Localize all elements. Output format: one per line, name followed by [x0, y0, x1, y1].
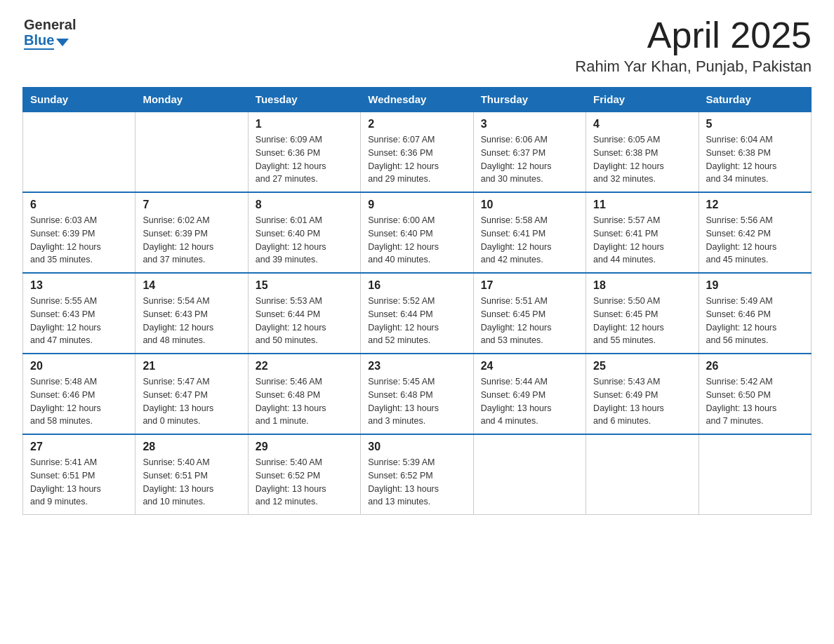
- calendar-cell: 8Sunrise: 6:01 AM Sunset: 6:40 PM Daylig…: [248, 192, 360, 273]
- day-number: 15: [256, 279, 353, 292]
- day-info: Sunrise: 6:03 AM Sunset: 6:39 PM Dayligh…: [30, 214, 128, 267]
- calendar-cell: 30Sunrise: 5:39 AM Sunset: 6:52 PM Dayli…: [361, 434, 473, 515]
- day-of-week-header: Saturday: [699, 88, 811, 112]
- calendar-cell: 2Sunrise: 6:07 AM Sunset: 6:36 PM Daylig…: [361, 112, 473, 192]
- day-info: Sunrise: 5:50 AM Sunset: 6:45 PM Dayligh…: [593, 295, 691, 347]
- day-info: Sunrise: 5:47 AM Sunset: 6:47 PM Dayligh…: [143, 375, 240, 428]
- calendar-cell: 19Sunrise: 5:49 AM Sunset: 6:46 PM Dayli…: [699, 273, 811, 354]
- calendar-header: SundayMondayTuesdayWednesdayThursdayFrid…: [23, 88, 812, 112]
- day-number: 16: [368, 279, 465, 292]
- day-info: Sunrise: 5:40 AM Sunset: 6:52 PM Dayligh…: [256, 456, 353, 509]
- day-number: 29: [256, 441, 353, 453]
- calendar-cell: 12Sunrise: 5:56 AM Sunset: 6:42 PM Dayli…: [699, 192, 811, 273]
- calendar-table: SundayMondayTuesdayWednesdayThursdayFrid…: [22, 87, 812, 515]
- calendar-cell: 1Sunrise: 6:09 AM Sunset: 6:36 PM Daylig…: [248, 112, 360, 192]
- day-number: 24: [481, 360, 578, 373]
- day-number: 19: [706, 279, 804, 292]
- day-of-week-header: Thursday: [473, 88, 585, 112]
- day-info: Sunrise: 6:01 AM Sunset: 6:40 PM Dayligh…: [256, 214, 353, 267]
- calendar-cell: 29Sunrise: 5:40 AM Sunset: 6:52 PM Dayli…: [248, 434, 360, 515]
- day-number: 7: [143, 199, 240, 211]
- day-number: 12: [706, 199, 804, 211]
- day-number: 2: [368, 118, 465, 130]
- day-info: Sunrise: 5:39 AM Sunset: 6:52 PM Dayligh…: [368, 456, 465, 509]
- day-number: 10: [481, 199, 578, 211]
- day-info: Sunrise: 5:42 AM Sunset: 6:50 PM Dayligh…: [706, 375, 804, 428]
- day-number: 9: [368, 199, 465, 211]
- day-number: 5: [706, 118, 804, 130]
- day-number: 1: [256, 118, 353, 130]
- calendar-cell: 14Sunrise: 5:54 AM Sunset: 6:43 PM Dayli…: [135, 273, 248, 354]
- day-info: Sunrise: 5:51 AM Sunset: 6:45 PM Dayligh…: [481, 295, 578, 347]
- day-of-week-header: Friday: [586, 88, 699, 112]
- calendar-cell: [473, 434, 585, 515]
- calendar-cell: 11Sunrise: 5:57 AM Sunset: 6:41 PM Dayli…: [586, 192, 699, 273]
- calendar-cell: 25Sunrise: 5:43 AM Sunset: 6:49 PM Dayli…: [586, 354, 699, 434]
- calendar-week-row: 27Sunrise: 5:41 AM Sunset: 6:51 PM Dayli…: [23, 434, 812, 515]
- calendar-cell: 21Sunrise: 5:47 AM Sunset: 6:47 PM Dayli…: [135, 354, 248, 434]
- day-info: Sunrise: 5:44 AM Sunset: 6:49 PM Dayligh…: [481, 375, 578, 428]
- calendar-cell: 24Sunrise: 5:44 AM Sunset: 6:49 PM Dayli…: [473, 354, 585, 434]
- calendar-cell: 27Sunrise: 5:41 AM Sunset: 6:51 PM Dayli…: [23, 434, 135, 515]
- calendar-cell: 3Sunrise: 6:06 AM Sunset: 6:37 PM Daylig…: [473, 112, 585, 192]
- calendar-cell: 22Sunrise: 5:46 AM Sunset: 6:48 PM Dayli…: [248, 354, 360, 434]
- day-info: Sunrise: 6:04 AM Sunset: 6:38 PM Dayligh…: [706, 133, 804, 186]
- day-number: 28: [143, 441, 240, 453]
- day-info: Sunrise: 5:55 AM Sunset: 6:43 PM Dayligh…: [30, 295, 128, 347]
- month-title: April 2025: [575, 17, 812, 53]
- day-info: Sunrise: 5:56 AM Sunset: 6:42 PM Dayligh…: [706, 214, 804, 267]
- day-number: 17: [481, 279, 578, 292]
- calendar-body: 1Sunrise: 6:09 AM Sunset: 6:36 PM Daylig…: [23, 112, 812, 515]
- calendar-cell: 26Sunrise: 5:42 AM Sunset: 6:50 PM Dayli…: [699, 354, 811, 434]
- calendar-cell: 16Sunrise: 5:52 AM Sunset: 6:44 PM Dayli…: [361, 273, 473, 354]
- calendar-cell: [586, 434, 699, 515]
- day-number: 6: [30, 199, 128, 211]
- calendar-week-row: 13Sunrise: 5:55 AM Sunset: 6:43 PM Dayli…: [23, 273, 812, 354]
- logo-blue-text: Blue: [24, 32, 54, 50]
- day-number: 18: [593, 279, 691, 292]
- day-info: Sunrise: 5:41 AM Sunset: 6:51 PM Dayligh…: [30, 456, 128, 509]
- logo-general-text: General: [24, 17, 76, 32]
- calendar-week-row: 1Sunrise: 6:09 AM Sunset: 6:36 PM Daylig…: [23, 112, 812, 192]
- day-number: 8: [256, 199, 353, 211]
- day-number: 3: [481, 118, 578, 130]
- calendar-cell: 17Sunrise: 5:51 AM Sunset: 6:45 PM Dayli…: [473, 273, 585, 354]
- day-number: 14: [143, 279, 240, 292]
- day-info: Sunrise: 5:52 AM Sunset: 6:44 PM Dayligh…: [368, 295, 465, 347]
- day-info: Sunrise: 5:58 AM Sunset: 6:41 PM Dayligh…: [481, 214, 578, 267]
- day-number: 26: [706, 360, 804, 373]
- day-info: Sunrise: 5:57 AM Sunset: 6:41 PM Dayligh…: [593, 214, 691, 267]
- day-info: Sunrise: 5:53 AM Sunset: 6:44 PM Dayligh…: [256, 295, 353, 347]
- day-info: Sunrise: 6:00 AM Sunset: 6:40 PM Dayligh…: [368, 214, 465, 267]
- day-info: Sunrise: 5:54 AM Sunset: 6:43 PM Dayligh…: [143, 295, 240, 347]
- day-info: Sunrise: 5:49 AM Sunset: 6:46 PM Dayligh…: [706, 295, 804, 347]
- day-of-week-header: Monday: [135, 88, 248, 112]
- day-info: Sunrise: 5:45 AM Sunset: 6:48 PM Dayligh…: [368, 375, 465, 428]
- day-info: Sunrise: 5:48 AM Sunset: 6:46 PM Dayligh…: [30, 375, 128, 428]
- calendar-cell: 13Sunrise: 5:55 AM Sunset: 6:43 PM Dayli…: [23, 273, 135, 354]
- calendar-cell: 23Sunrise: 5:45 AM Sunset: 6:48 PM Dayli…: [361, 354, 473, 434]
- day-info: Sunrise: 5:43 AM Sunset: 6:49 PM Dayligh…: [593, 375, 691, 428]
- day-info: Sunrise: 6:02 AM Sunset: 6:39 PM Dayligh…: [143, 214, 240, 267]
- day-info: Sunrise: 6:07 AM Sunset: 6:36 PM Dayligh…: [368, 133, 465, 186]
- calendar-cell: 7Sunrise: 6:02 AM Sunset: 6:39 PM Daylig…: [135, 192, 248, 273]
- day-info: Sunrise: 6:05 AM Sunset: 6:38 PM Dayligh…: [593, 133, 691, 186]
- calendar-cell: 6Sunrise: 6:03 AM Sunset: 6:39 PM Daylig…: [23, 192, 135, 273]
- calendar-cell: 4Sunrise: 6:05 AM Sunset: 6:38 PM Daylig…: [586, 112, 699, 192]
- calendar-cell: 15Sunrise: 5:53 AM Sunset: 6:44 PM Dayli…: [248, 273, 360, 354]
- day-number: 27: [30, 441, 128, 453]
- location-title: Rahim Yar Khan, Punjab, Pakistan: [575, 58, 812, 76]
- title-area: April 2025 Rahim Yar Khan, Punjab, Pakis…: [575, 17, 812, 76]
- calendar-cell: 5Sunrise: 6:04 AM Sunset: 6:38 PM Daylig…: [699, 112, 811, 192]
- calendar-week-row: 6Sunrise: 6:03 AM Sunset: 6:39 PM Daylig…: [23, 192, 812, 273]
- day-info: Sunrise: 6:09 AM Sunset: 6:36 PM Dayligh…: [256, 133, 353, 186]
- logo-chevron-icon: [56, 39, 69, 46]
- day-of-week-header: Tuesday: [248, 88, 360, 112]
- day-number: 20: [30, 360, 128, 373]
- calendar-cell: 10Sunrise: 5:58 AM Sunset: 6:41 PM Dayli…: [473, 192, 585, 273]
- calendar-week-row: 20Sunrise: 5:48 AM Sunset: 6:46 PM Dayli…: [23, 354, 812, 434]
- day-number: 21: [143, 360, 240, 373]
- calendar-cell: 18Sunrise: 5:50 AM Sunset: 6:45 PM Dayli…: [586, 273, 699, 354]
- day-number: 4: [593, 118, 691, 130]
- day-info: Sunrise: 6:06 AM Sunset: 6:37 PM Dayligh…: [481, 133, 578, 186]
